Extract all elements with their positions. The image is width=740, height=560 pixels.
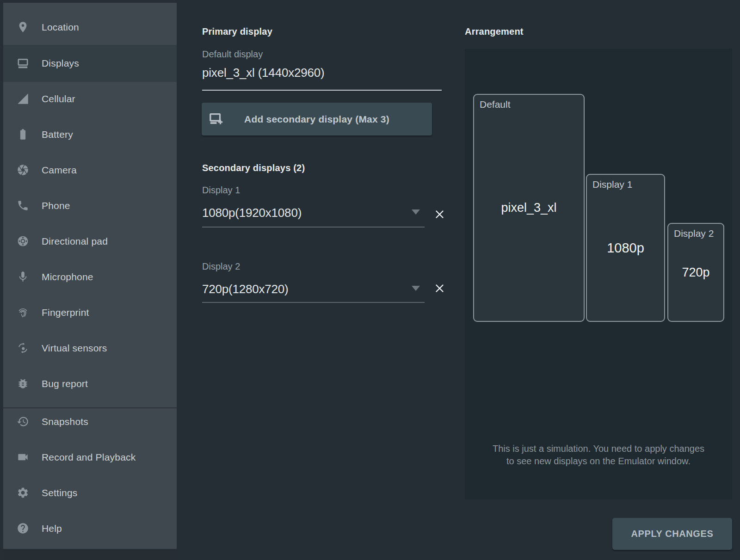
arrangement-box-value: pixel_3_xl [501,201,556,215]
arrangement-box-display-1[interactable]: Display 1 1080p [586,174,665,322]
gear-icon [17,486,29,499]
arrangement-box-value: 720p [682,265,709,280]
arrangement-box-label: Display 1 [592,179,632,190]
sidebar-footer-area [0,549,177,560]
display-1-dropdown-value[interactable]: 1080p(1920x1080) [202,206,302,220]
sidebar-item-bug-report[interactable]: Bug report [0,366,177,401]
arrangement-section-title: Arrangement [465,26,524,37]
sidebar-item-settings[interactable]: Settings [0,475,177,511]
display-2-underline [202,302,425,303]
default-display-underline [202,90,442,91]
window-top-edge [0,0,177,3]
sidebar-item-label: Bug report [42,378,88,389]
sidebar-item-label: Phone [42,200,70,211]
sidebar-item-help[interactable]: Help [0,511,177,546]
simulation-note: This is just a simulation. You need to a… [490,443,707,467]
remove-display-2-button[interactable] [435,283,444,293]
sidebar-item-label: Directional pad [42,236,108,247]
sidebar-item-cellular[interactable]: Cellular [0,81,177,117]
sidebar-item-phone[interactable]: Phone [0,188,177,223]
primary-display-section-title: Primary display [202,26,272,37]
default-display-value: pixel_3_xl (1440x2960) [202,66,324,80]
help-icon [17,522,29,535]
displays-icon [17,57,29,70]
sidebar-item-label: Virtual sensors [42,343,107,354]
close-icon [435,209,444,219]
display-2-label: Display 2 [202,261,240,272]
sidebar-item-directional-pad[interactable]: Directional pad [0,223,177,259]
displays-page: Primary display Default display pixel_3_… [177,0,740,560]
sidebar-item-label: Battery [42,129,73,140]
sidebar-item-label: Record and Playback [42,452,136,463]
sidebar-item-virtual-sensors[interactable]: Virtual sensors [0,330,177,366]
chevron-down-icon[interactable] [412,286,420,291]
sidebar-item-label: Fingerprint [42,307,89,318]
sidebar: Location Displays Cellular Battery Camer [0,0,177,560]
sidebar-item-location[interactable]: Location [0,9,177,45]
sidebar-item-label: Cellular [42,93,75,105]
fingerprint-icon [17,306,29,319]
display-1-underline [202,227,425,228]
sidebar-item-fingerprint[interactable]: Fingerprint [0,295,177,330]
default-display-label: Default display [202,49,263,60]
videocam-icon [17,451,29,463]
apply-changes-button[interactable]: APPLY CHANGES [612,518,732,550]
sidebar-item-label: Settings [42,487,77,498]
bug-icon [17,377,29,390]
add-secondary-display-label: Add secondary display (Max 3) [244,114,389,125]
history-clock-icon [17,415,29,428]
arrangement-box-value: 1080p [607,240,644,256]
sidebar-item-label: Camera [42,165,77,176]
arrangement-box-display-2[interactable]: Display 2 720p [667,223,724,322]
display-1-label: Display 1 [202,185,240,196]
sidebar-item-snapshots[interactable]: Snapshots [0,404,177,439]
add-secondary-display-button[interactable]: Add secondary display (Max 3) [202,103,432,135]
rotation-sensors-icon [17,342,29,354]
microphone-icon [17,271,29,283]
close-icon [435,283,444,293]
sidebar-item-microphone[interactable]: Microphone [0,259,177,295]
arrangement-box-default[interactable]: Default pixel_3_xl [473,94,585,322]
cellular-signal-icon [17,92,29,105]
camera-aperture-icon [17,164,29,176]
sidebar-item-label: Help [42,523,62,534]
sidebar-item-label: Microphone [42,271,93,283]
sidebar-item-battery[interactable]: Battery [0,117,177,152]
arrangement-box-label: Display 2 [674,228,714,239]
sidebar-item-label: Displays [42,58,79,69]
sidebar-item-camera[interactable]: Camera [0,152,177,188]
sidebar-item-label: Location [42,22,79,33]
display-2-dropdown-value[interactable]: 720p(1280x720) [202,282,289,296]
add-display-icon [208,111,224,127]
sidebar-item-label: Snapshots [42,416,88,427]
window-left-edge [0,0,3,560]
chevron-down-icon[interactable] [412,209,420,215]
phone-icon [17,199,29,212]
extended-controls-window: Location Displays Cellular Battery Camer [0,0,740,560]
arrangement-box-label: Default [480,99,511,110]
arrangement-panel: Default pixel_3_xl Display 1 1080p Displ… [465,49,732,499]
sidebar-item-displays[interactable]: Displays [0,45,177,82]
battery-icon [17,128,29,141]
remove-display-1-button[interactable] [435,209,444,219]
location-pin-icon [17,21,29,33]
sidebar-item-record-playback[interactable]: Record and Playback [0,439,177,475]
secondary-displays-section-title: Secondary displays (2) [202,163,305,173]
directional-pad-icon [17,235,29,247]
